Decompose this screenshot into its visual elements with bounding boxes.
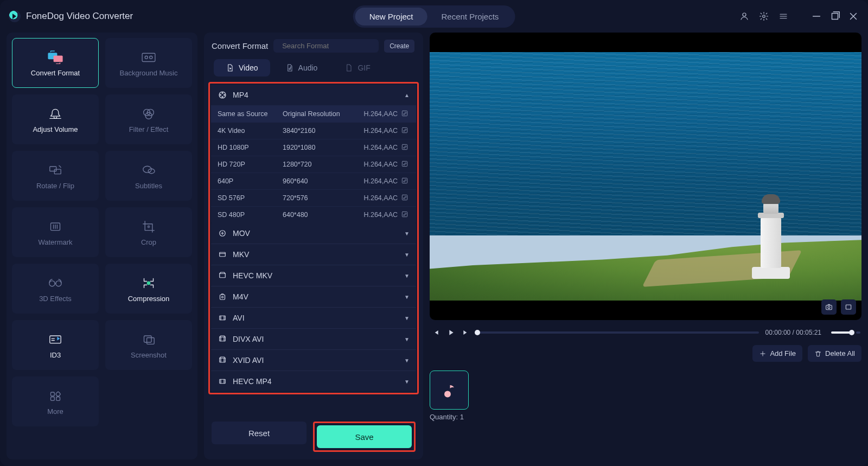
quantity-label: Quantity: 1 [430,413,469,421]
delete-all-button[interactable]: Delete All [808,345,861,362]
format-group: AVI▼ [211,307,416,328]
tool-filter-effect[interactable]: Filter / Effect [105,94,192,144]
tool-compression[interactable]: Compression [105,264,192,314]
tool-id3[interactable]: ID3 [12,320,99,370]
format-type-icon [218,376,227,386]
svg-rect-4 [54,55,63,62]
format-head[interactable]: XVID AVI▼ [211,349,416,371]
seek-bar[interactable] [477,331,759,334]
format-head[interactable]: AVI▼ [211,307,416,328]
play-button[interactable] [446,328,456,337]
format-row[interactable]: 640P960*640H.264,AAC [211,173,416,189]
tab-video[interactable]: Video [214,59,270,76]
tool-label: Compression [128,295,170,303]
tool-convert-format[interactable]: Convert Format [12,38,99,88]
account-icon[interactable] [738,10,751,23]
next-button[interactable] [461,328,471,337]
save-button[interactable]: Save [317,425,412,448]
svg-point-7 [150,56,152,59]
svg-point-17 [49,280,55,286]
preset-name: HD 720P [218,161,283,168]
format-head[interactable]: MOV▼ [211,223,416,244]
menu-icon[interactable] [777,10,790,23]
format-type-icon [218,228,227,238]
format-type-icon [218,334,227,344]
format-row[interactable]: SD 480P640*480H.264,AAC [211,206,416,223]
tab-label: Audio [298,63,318,72]
reel-icon [218,90,227,100]
svg-rect-43 [220,273,226,278]
snapshot-button[interactable] [821,299,837,315]
edit-icon[interactable] [401,160,410,169]
format-row[interactable]: HD 720P1280*720H.264,AAC [211,156,416,173]
format-row[interactable]: HD 1080P1920*1080H.264,AAC [211,139,416,156]
format-head[interactable]: M4V▼ [211,286,416,307]
svg-rect-52 [846,305,851,309]
format-head-mp4[interactable]: MP4 ▲ [211,85,416,105]
tool-rotate-flip[interactable]: Rotate / Flip [12,151,99,201]
svg-point-31 [220,94,221,95]
id3-icon [46,331,65,347]
edit-icon[interactable] [401,143,410,152]
fullscreen-button[interactable] [841,299,856,315]
app-title: FoneDog Video Converter [26,11,133,22]
svg-rect-2 [832,14,838,20]
tool-more[interactable]: More [12,376,99,426]
project-tabs: New Project Recent Projects [353,5,515,28]
tab-recent-projects[interactable]: Recent Projects [427,8,513,25]
svg-rect-44 [220,295,225,299]
panel-title: Convert Format [212,41,268,50]
edit-icon[interactable] [401,110,410,118]
volume-bar[interactable] [831,331,853,334]
format-group: DIVX AVI▼ [211,328,416,349]
format-row[interactable]: Same as SourceOriginal ResolutionH.264,A… [211,105,416,122]
svg-rect-42 [220,252,226,257]
format-name: M4V [233,292,248,301]
tool-screenshot[interactable]: Screenshot [105,320,192,370]
tool-3d-effects[interactable]: 3D Effects [12,264,99,314]
edit-icon[interactable] [401,177,410,186]
gif-file-icon [344,63,353,72]
format-name: AVI [233,314,245,322]
format-head[interactable]: MKV▼ [211,244,416,265]
video-file-icon [226,63,234,72]
search-input[interactable] [282,42,373,50]
tool-label: Convert Format [31,69,80,77]
svg-point-30 [222,92,223,93]
tool-background-music[interactable]: Background Music [105,38,192,88]
format-head[interactable]: HEVC MKV▼ [211,265,416,286]
chevron-up-icon: ▲ [404,92,410,98]
format-name: XVID AVI [233,356,264,365]
prev-button[interactable] [431,328,441,337]
svg-rect-47 [220,337,226,341]
format-row[interactable]: 4K Video3840*2160H.264,AAC [211,122,416,139]
format-name: MKV [233,250,249,259]
edit-icon[interactable] [401,126,410,135]
format-head[interactable]: DIVX AVI▼ [211,328,416,349]
file-thumbnail[interactable] [430,371,469,410]
window-close[interactable] [847,10,859,22]
create-button[interactable]: Create [384,40,414,53]
tool-watermark[interactable]: Watermark [12,207,99,257]
tool-label: Background Music [120,69,178,77]
window-minimize[interactable] [810,10,822,22]
button-label: Delete All [825,349,855,358]
tab-gif[interactable]: GIF [333,59,382,76]
reset-button[interactable]: Reset [212,422,307,444]
edit-icon[interactable] [401,194,410,202]
add-file-button[interactable]: Add File [752,345,802,362]
format-head[interactable]: HEVC MP4▼ [211,371,416,392]
tool-subtitles[interactable]: Subtitles [105,151,192,201]
tab-new-project[interactable]: New Project [355,8,427,25]
tool-crop[interactable]: Crop [105,207,192,257]
tool-adjust-volume[interactable]: Adjust Volume [12,94,99,144]
format-type-icon [218,313,227,323]
search-format[interactable] [273,39,379,53]
window-maximize[interactable] [829,10,841,22]
crop-icon [139,219,158,234]
edit-icon[interactable] [401,210,410,219]
tab-audio[interactable]: Audio [273,59,330,76]
gear-icon[interactable] [757,10,770,23]
preset-res: 960*640 [283,177,363,185]
format-row[interactable]: SD 576P720*576H.264,AAC [211,189,416,206]
